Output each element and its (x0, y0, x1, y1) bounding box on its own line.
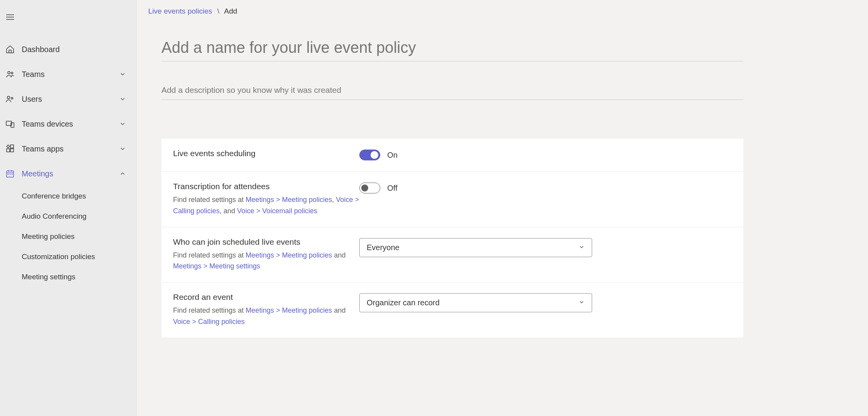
dropdown-value: Everyone (367, 243, 400, 252)
svg-rect-10 (10, 149, 14, 152)
scheduling-toggle[interactable] (359, 150, 380, 160)
subnav-meeting-settings[interactable]: Meeting settings (0, 267, 136, 287)
chevron-down-icon (579, 298, 585, 307)
policy-description-input[interactable] (161, 81, 743, 100)
setting-live-events-scheduling: Live events scheduling On (161, 139, 743, 172)
breadcrumb: Live events policies \ Add (137, 0, 868, 23)
subnav-customization-policies[interactable]: Customization policies (0, 247, 136, 267)
svg-point-5 (7, 96, 10, 99)
setting-label: Transcription for attendees (173, 182, 359, 191)
svg-rect-11 (10, 145, 14, 148)
devices-icon (5, 119, 15, 129)
sidebar-item-teams-apps[interactable]: Teams apps (0, 136, 136, 161)
setting-label: Who can join scheduled live events (173, 237, 359, 247)
teams-icon (5, 70, 15, 79)
breadcrumb-separator: \ (217, 7, 219, 15)
dropdown-value: Organizer can record (367, 298, 440, 307)
settings-card: Live events scheduling On Transcription … (161, 139, 743, 338)
chevron-down-icon (579, 243, 585, 252)
svg-point-3 (8, 71, 10, 74)
link-meeting-policies[interactable]: Meetings > Meeting policies (246, 251, 332, 259)
chevron-down-icon (119, 71, 126, 78)
svg-rect-9 (7, 149, 10, 152)
setting-who-can-join: Who can join scheduled live events Find … (161, 227, 743, 283)
setting-help-text: Find related settings at Meetings > Meet… (173, 250, 359, 272)
breadcrumb-current: Add (224, 7, 237, 15)
chevron-down-icon (119, 96, 126, 103)
subnav-meeting-policies[interactable]: Meeting policies (0, 226, 136, 247)
subnav-audio-conferencing[interactable]: Audio Conferencing (0, 206, 136, 226)
nav-label: Teams (22, 70, 119, 79)
nav-label: Teams devices (22, 120, 119, 129)
toggle-knob (361, 185, 368, 191)
link-meeting-policies[interactable]: Meetings > Meeting policies (246, 196, 332, 204)
setting-record-event: Record an event Find related settings at… (161, 282, 743, 338)
chevron-down-icon (119, 145, 126, 152)
link-meeting-settings[interactable]: Meetings > Meeting settings (173, 262, 260, 270)
policy-name-input[interactable] (161, 34, 743, 61)
apps-icon (5, 144, 15, 153)
calendar-icon (5, 169, 15, 178)
sidebar-item-dashboard[interactable]: Dashboard (0, 37, 136, 62)
main-content: Live events policies \ Add Live events s… (137, 0, 868, 416)
subnav-conference-bridges[interactable]: Conference bridges (0, 186, 136, 206)
setting-label: Record an event (173, 292, 359, 302)
transcription-toggle[interactable] (359, 183, 380, 193)
toggle-state-label: On (387, 151, 398, 160)
users-icon (5, 94, 15, 104)
setting-help-text: Find related settings at Meetings > Meet… (173, 305, 359, 327)
who-can-join-dropdown[interactable]: Everyone (359, 238, 592, 257)
chevron-down-icon (119, 120, 126, 127)
toggle-knob (371, 151, 378, 159)
sidebar-item-users[interactable]: Users (0, 87, 136, 111)
nav-label: Teams apps (22, 144, 119, 153)
nav-label: Meetings (22, 169, 119, 178)
meetings-subnav: Conference bridges Audio Conferencing Me… (0, 186, 136, 287)
toggle-state-label: Off (387, 184, 397, 193)
svg-rect-8 (11, 123, 14, 127)
nav-label: Dashboard (22, 45, 132, 54)
svg-point-6 (11, 97, 13, 99)
link-calling-policies[interactable]: Voice > Calling policies (173, 318, 245, 325)
svg-point-4 (11, 72, 13, 74)
link-voicemail-policies[interactable]: Voice > Voicemail policies (237, 207, 317, 215)
hamburger-menu[interactable] (0, 8, 136, 28)
nav-label: Users (22, 95, 119, 104)
hamburger-icon (5, 12, 15, 22)
link-meeting-policies[interactable]: Meetings > Meeting policies (246, 306, 332, 314)
chevron-up-icon (119, 170, 126, 177)
sidebar-item-teams[interactable]: Teams (0, 62, 136, 87)
setting-label: Live events scheduling (173, 149, 359, 158)
sidebar-item-teams-devices[interactable]: Teams devices (0, 111, 136, 136)
sidebar: Dashboard Teams (0, 0, 137, 416)
setting-transcription: Transcription for attendees Find related… (161, 172, 743, 227)
breadcrumb-parent-link[interactable]: Live events policies (148, 7, 212, 15)
sidebar-item-meetings[interactable]: Meetings (0, 161, 136, 186)
record-event-dropdown[interactable]: Organizer can record (359, 293, 592, 312)
home-icon (5, 45, 15, 54)
setting-help-text: Find related settings at Meetings > Meet… (173, 194, 359, 217)
